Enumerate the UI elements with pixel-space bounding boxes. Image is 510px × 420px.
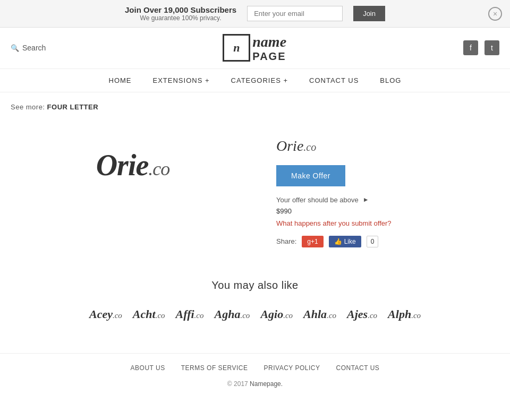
also-like-name: Agio (260, 307, 283, 321)
also-like-name: Acht (133, 307, 156, 321)
footer-link[interactable]: PRIVACY POLICY (264, 364, 320, 372)
domain-section: Orie.co Orie.co Make Offer Your offer sh… (11, 127, 499, 258)
also-like-grid: Acey.coAcht.coAffi.coAgha.coAgio.coAhla.… (11, 307, 499, 321)
footer-copyright: © 2017 Namepage. (11, 380, 499, 388)
nav-contact[interactable]: CONTACT US (309, 76, 359, 84)
main-nav: HOME EXTENSIONS + CATEGORIES + CONTACT U… (0, 69, 510, 92)
also-like-name: Ahla (303, 307, 327, 321)
offer-note: Your offer should be above ► (276, 196, 499, 204)
also-like-tld: .co (113, 311, 122, 320)
banner-text: Join Over 19,000 Subscribers We guarante… (125, 5, 236, 22)
email-input[interactable] (247, 6, 343, 21)
facebook-like-button[interactable]: 👍 Like (329, 236, 361, 247)
logo-link[interactable]: n name PAGE (223, 34, 286, 62)
nav-categories[interactable]: CATEGORIES + (231, 76, 288, 84)
logo-name: name (252, 34, 286, 50)
domain-tld-logo: .co (148, 158, 169, 179)
also-like-tld: .co (411, 311, 421, 320)
also-like-name: Ajes (347, 307, 368, 321)
arrow-icon: ► (363, 196, 369, 203)
gplus-button[interactable]: g+1 (302, 236, 323, 247)
make-offer-button[interactable]: Make Offer (276, 165, 345, 186)
logo-text: name PAGE (252, 34, 286, 62)
footer-links: ABOUT USTERMS OF SERVICEPRIVACY POLICYCO… (11, 364, 499, 372)
facebook-icon[interactable]: f (463, 40, 478, 55)
share-row: Share: g+1 👍 Like 0 (276, 236, 499, 247)
also-like-tld: .co (156, 311, 165, 320)
also-like-section: You may also like Acey.coAcht.coAffi.coA… (11, 279, 499, 321)
offer-amount: $990 (276, 207, 499, 215)
breadcrumb-prefix: See more: (11, 103, 45, 111)
footer: ABOUT USTERMS OF SERVICEPRIVACY POLICYCO… (0, 353, 510, 398)
logo-icon: n (223, 34, 250, 62)
nav-home[interactable]: HOME (109, 76, 132, 84)
breadcrumb-link[interactable]: FOUR LETTER (47, 103, 99, 111)
also-like-tld: .co (240, 311, 250, 320)
fb-count: 0 (367, 236, 379, 247)
footer-link[interactable]: ABOUT US (131, 364, 165, 372)
also-like-name: Agha (215, 307, 241, 321)
also-like-tld: .co (283, 311, 293, 320)
also-like-tld: .co (368, 311, 377, 320)
search-label: Search (22, 44, 46, 52)
banner-sub-text: We guarantee 100% privacy. (125, 14, 236, 22)
top-banner: Join Over 19,000 Subscribers We guarante… (0, 0, 510, 28)
nav-extensions[interactable]: EXTENSIONS + (153, 76, 210, 84)
main-content: See more: FOUR LETTER Orie.co Orie.co Ma… (0, 92, 510, 353)
offer-note-text: Your offer should be above (276, 196, 359, 204)
also-like-item[interactable]: Acht.co (133, 307, 165, 321)
also-like-item[interactable]: Agio.co (260, 307, 293, 321)
join-button[interactable]: Join (353, 6, 385, 21)
also-like-item[interactable]: Ahla.co (303, 307, 336, 321)
domain-logo-area: Orie.co (11, 127, 255, 203)
domain-name-logo: Orie (96, 149, 149, 182)
what-happens-link[interactable]: What happens after you submit offer? (276, 219, 499, 227)
also-like-name: Alph (388, 307, 411, 321)
also-like-item[interactable]: Agha.co (215, 307, 250, 321)
twitter-icon[interactable]: t (484, 40, 499, 55)
footer-link[interactable]: CONTACT US (336, 364, 379, 372)
domain-name-title: Orie (276, 138, 303, 154)
fb-thumbs-icon: 👍 (334, 238, 342, 245)
fb-label: Like (344, 238, 356, 245)
domain-info: Orie.co Make Offer Your offer should be … (276, 127, 499, 258)
also-like-item[interactable]: Acey.co (89, 307, 122, 321)
also-like-item[interactable]: Alph.co (388, 307, 421, 321)
nav-blog[interactable]: BLOG (380, 76, 401, 84)
domain-logo-display: Orie.co (96, 148, 170, 182)
logo-page: PAGE (252, 50, 286, 62)
banner-main-text: Join Over 19,000 Subscribers (125, 5, 236, 14)
domain-title: Orie.co (276, 138, 499, 155)
also-like-name: Acey (89, 307, 113, 321)
share-label: Share: (276, 237, 296, 245)
also-like-tld: .co (194, 311, 204, 320)
header: 🔍 Search n name PAGE f t (0, 28, 510, 69)
copyright-link[interactable]: Namepage. (250, 380, 283, 388)
search-icon: 🔍 (11, 44, 19, 52)
also-like-item[interactable]: Affi.co (176, 307, 204, 321)
close-button[interactable]: × (488, 7, 502, 21)
also-like-tld: .co (327, 311, 336, 320)
also-like-name: Affi (176, 307, 194, 321)
copyright-text: © 2017 (227, 380, 248, 388)
search-link[interactable]: 🔍 Search (11, 44, 46, 52)
domain-tld-title: .co (303, 141, 316, 153)
also-like-item[interactable]: Ajes.co (347, 307, 377, 321)
social-links: f t (463, 40, 499, 55)
breadcrumb: See more: FOUR LETTER (11, 103, 499, 111)
footer-link[interactable]: TERMS OF SERVICE (181, 364, 248, 372)
also-like-title: You may also like (11, 279, 499, 292)
